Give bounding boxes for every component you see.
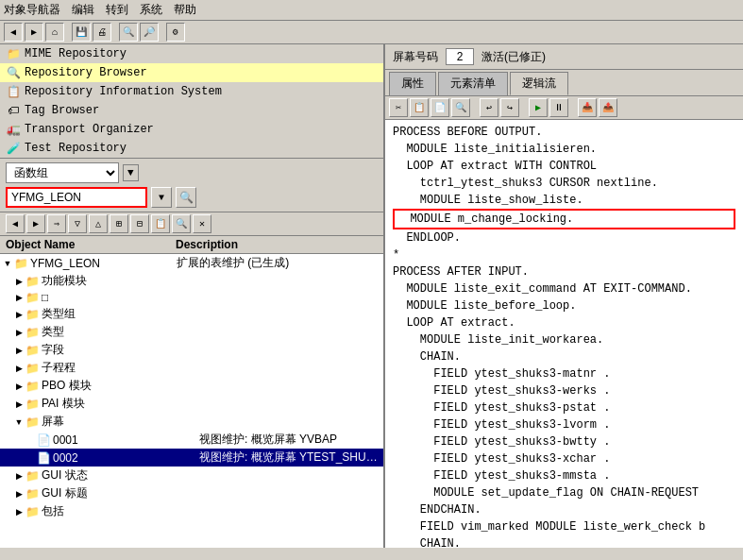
settings-button[interactable]: ⚙: [166, 23, 185, 42]
find-button[interactable]: 🔍: [119, 23, 138, 42]
nav-btn6[interactable]: ⊞: [110, 214, 128, 233]
tree-name-empty: □: [42, 291, 188, 304]
folder-icon-sub: 📁: [25, 363, 40, 374]
test-repo-icon: 🧪: [6, 141, 21, 156]
code-line-l10: MODULE liste_exit_command AT EXIT-COMMAN…: [393, 280, 735, 297]
code-line-l22: MODULE set_update_flag ON CHAIN-REQUEST: [393, 484, 735, 501]
nav-btn3[interactable]: ⇒: [47, 214, 66, 233]
tree-toggle-pai[interactable]: ▶: [13, 399, 25, 410]
nav-mime-repo[interactable]: 📁 MIME Repository: [0, 44, 383, 63]
nav-btn5[interactable]: △: [89, 214, 108, 233]
find-next-button[interactable]: 🔎: [140, 23, 159, 42]
tree-row-pbo[interactable]: ▶ 📁 PBO 模块: [0, 377, 383, 395]
repo-info-icon: 📋: [6, 84, 21, 99]
tree-toggle-include[interactable]: ▶: [13, 506, 25, 518]
folder-icon-gui-status: 📁: [25, 470, 40, 482]
tree-toggle-pbo[interactable]: ▶: [13, 381, 25, 392]
find-code-button[interactable]: 🔍: [451, 98, 470, 117]
nav-tag-browser[interactable]: 🏷 Tag Browser: [0, 101, 383, 120]
tree-toggle-func[interactable]: ▶: [13, 276, 25, 287]
code-area[interactable]: PROCESS BEFORE OUTPUT. MODULE liste_init…: [385, 120, 743, 548]
paste-button[interactable]: 📄: [431, 98, 449, 117]
tree-row-pai[interactable]: ▶ 📁 PAI 模块: [0, 395, 383, 413]
tree-toggle-root[interactable]: ▼: [2, 258, 13, 269]
search-input[interactable]: [6, 187, 147, 208]
menu-edit[interactable]: 编辑: [72, 2, 94, 18]
item-icon-s0002: 📄: [36, 452, 51, 464]
tab-logic[interactable]: 逻辑流: [510, 72, 568, 95]
code-line-l3: LOOP AT extract WITH CONTROL: [393, 158, 735, 175]
menu-goto[interactable]: 转到: [106, 2, 128, 18]
import-button[interactable]: 📥: [578, 98, 597, 117]
tree-toggle-screen[interactable]: ▼: [13, 416, 25, 428]
print-button[interactable]: 🖨: [93, 23, 111, 42]
tree-row-gui-title[interactable]: ▶ 📁 GUI 标题: [0, 484, 383, 502]
menu-help[interactable]: 帮助: [174, 2, 196, 18]
tree-area[interactable]: ▼ 📁 YFMG_LEON 扩展的表维护 (已生成) ▶ 📁 功能模块 ▶ 📁: [0, 254, 383, 548]
tree-toggle-field[interactable]: ▶: [13, 345, 25, 356]
tree-row-sub[interactable]: ▶ 📁 子程程: [0, 359, 383, 377]
pause-button[interactable]: ⏸: [549, 98, 568, 117]
folder-icon-gui-title: 📁: [25, 488, 40, 500]
redo-button[interactable]: ↪: [500, 98, 519, 117]
forward-button[interactable]: ▶: [25, 23, 43, 42]
tree-desc-s0002: 视图维护: 概览屏幕 YTEST_SHUKS3: [199, 450, 381, 466]
tree-toggle-typegroup[interactable]: ▶: [13, 309, 25, 320]
tree-row-func[interactable]: ▶ 📁 功能模块: [0, 272, 383, 290]
tree-row-field[interactable]: ▶ 📁 字段: [0, 341, 383, 359]
search-button[interactable]: 🔍: [176, 187, 196, 208]
nav-transport[interactable]: 🚛 Transport Organizer: [0, 120, 383, 139]
folder-icon-screen: 📁: [25, 416, 40, 428]
tree-row-typegroup[interactable]: ▶ 📁 类型组: [0, 305, 383, 323]
tab-attr[interactable]: 属性: [389, 72, 436, 95]
next-button[interactable]: ▶: [26, 214, 45, 233]
code-line-l21: FIELD ytest_shuks3-mmsta .: [393, 467, 735, 484]
nav-repo-info[interactable]: 📋 Repository Information System: [0, 82, 383, 101]
code-toolbar: ✂ 📋 📄 🔍 ↩ ↪ ▶ ⏸ 📥 📤: [385, 96, 743, 120]
tree-row-root[interactable]: ▼ 📁 YFMG_LEON 扩展的表维护 (已生成): [0, 254, 383, 272]
tree-name-field: 字段: [42, 342, 188, 358]
menu-system[interactable]: 系统: [140, 2, 162, 18]
tree-row-gui-status[interactable]: ▶ 📁 GUI 状态: [0, 467, 383, 484]
tree-name-gui-status: GUI 状态: [42, 467, 188, 484]
category-dropdown[interactable]: 函数组程序类接口: [6, 162, 119, 183]
tree-row-include[interactable]: ▶ 📁 包括: [0, 502, 383, 520]
menu-object-navigator[interactable]: 对象导航器: [4, 2, 60, 18]
screen-number-input[interactable]: [446, 48, 474, 65]
copy-button[interactable]: 📋: [410, 98, 429, 117]
run-button[interactable]: ▶: [529, 98, 548, 117]
prev-button[interactable]: ◀: [6, 214, 25, 233]
nav-repo-browser[interactable]: 🔍 Repository Browser: [0, 63, 383, 82]
nav-btn4[interactable]: ▽: [68, 214, 87, 233]
nav-test-repo-label: Test Repository: [25, 142, 127, 155]
tree-toggle-gui-status[interactable]: ▶: [13, 470, 25, 482]
nav-btn9[interactable]: 🔍: [172, 214, 191, 233]
tab-elements[interactable]: 元素清单: [438, 72, 508, 95]
input-dropdown-button[interactable]: ▼: [151, 187, 172, 208]
tree-row-screen[interactable]: ▼ 📁 屏幕: [0, 413, 383, 431]
nav-btn10[interactable]: ✕: [193, 214, 211, 233]
tree-row-s0001[interactable]: 📄 0001 视图维护: 概览屏幕 YVBAP: [0, 431, 383, 449]
home-button[interactable]: ⌂: [45, 23, 64, 42]
back-button[interactable]: ◀: [4, 23, 23, 42]
tree-toggle-type[interactable]: ▶: [13, 327, 25, 338]
tree-row-s0002[interactable]: 📄 0002 视图维护: 概览屏幕 YTEST_SHUKS3: [0, 449, 383, 467]
tree-row-type[interactable]: ▶ 📁 类型: [0, 323, 383, 341]
nav-test-repo[interactable]: 🧪 Test Repository: [0, 139, 383, 158]
tree-toggle-sub[interactable]: ▶: [13, 363, 25, 374]
nav-repo-info-label: Repository Information System: [25, 85, 222, 98]
cut-button[interactable]: ✂: [389, 98, 408, 117]
tree-row-empty[interactable]: ▶ 📁 □: [0, 290, 383, 305]
code-line-l16: FIELD ytest_shuks3-werks .: [393, 382, 735, 399]
nav-btn7[interactable]: ⊟: [130, 214, 149, 233]
tree-toggle-gui-title[interactable]: ▶: [13, 488, 25, 500]
tree-toggle-empty[interactable]: ▶: [13, 292, 25, 303]
tree-name-pai: PAI 模块: [42, 396, 188, 412]
nav-btn8[interactable]: 📋: [151, 214, 170, 233]
dropdown-arrow[interactable]: ▼: [123, 164, 139, 181]
code-line-l12: LOOP AT extract.: [393, 314, 735, 331]
nav-repo-browser-label: Repository Browser: [25, 66, 147, 79]
save-button[interactable]: 💾: [72, 23, 91, 42]
undo-button[interactable]: ↩: [480, 98, 498, 117]
export-button[interactable]: 📤: [599, 98, 617, 117]
